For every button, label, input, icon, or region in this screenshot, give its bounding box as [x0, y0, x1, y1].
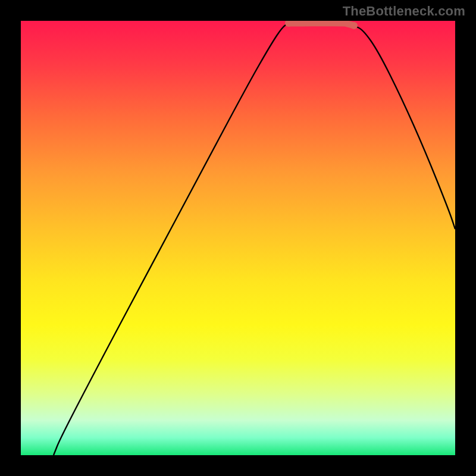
highlight-segment: [289, 23, 354, 26]
chart-svg: [21, 21, 455, 455]
chart-frame: TheBottleneck.com: [0, 0, 476, 476]
plot-area: [21, 21, 455, 455]
main-curve: [54, 23, 455, 455]
highlight-endpoint-right: [350, 22, 358, 29]
watermark-text: TheBottleneck.com: [343, 4, 465, 19]
